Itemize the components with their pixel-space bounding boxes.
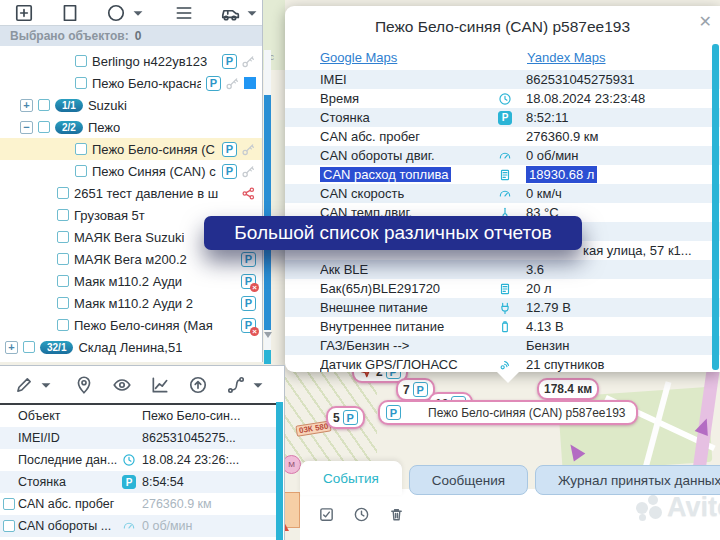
info-row: CAN обороты ...0 об/мин <box>0 515 277 537</box>
detail-row: Бак(65л)BLE29172020 л <box>285 279 720 298</box>
reports-chart-button[interactable] <box>150 375 170 395</box>
expand-plus-icon[interactable]: + <box>20 99 33 112</box>
select-area-button[interactable] <box>60 3 80 23</box>
list-view-button[interactable] <box>174 3 194 23</box>
close-icon[interactable]: ✕ <box>699 12 712 31</box>
count-badge: 32/1 <box>40 341 73 354</box>
clock-icon <box>122 453 136 467</box>
info-row: ОбъектПежо Бело-син... <box>0 405 277 427</box>
tree-item[interactable]: Маяк м110.2 АудиP <box>0 270 262 292</box>
tree-scrollbar[interactable] <box>264 50 271 362</box>
item-badges: P <box>241 274 256 289</box>
gauge-icon <box>122 519 136 533</box>
tree-item[interactable]: Пежо Бело-синяя (МаяP <box>0 314 262 336</box>
checkbox[interactable] <box>57 209 69 221</box>
detail-label: Бак(65л)BLE291720 <box>320 281 498 296</box>
detail-label: Датчик GPS/ГЛОНАСС <box>320 357 498 372</box>
checkbox[interactable] <box>57 187 69 199</box>
checkbox[interactable] <box>75 55 87 67</box>
checkbox[interactable] <box>75 77 87 89</box>
scrollbar-arrow-icon[interactable] <box>264 332 272 338</box>
tree-item[interactable]: Berlingo н422ув123P <box>0 50 262 72</box>
gauge-icon <box>122 519 140 533</box>
checkbox-cell <box>0 520 18 532</box>
tree-item-label: Пежо Бело-красная <box>92 76 201 91</box>
checkbox[interactable] <box>57 253 69 265</box>
route-button[interactable] <box>226 375 268 395</box>
detail-value: Бензин <box>526 338 569 353</box>
scrollbar-thumb[interactable] <box>264 350 271 364</box>
tree-item[interactable]: МАЯК Вега м200.2P <box>0 248 262 270</box>
checkbox[interactable] <box>57 275 69 287</box>
add-object-icon <box>14 3 34 23</box>
check-square-icon[interactable] <box>318 506 335 523</box>
vehicle-button[interactable] <box>220 3 262 23</box>
map-distance-badge[interactable]: 178.4 км <box>537 378 599 400</box>
count-badge: 2/2 <box>55 121 83 134</box>
tree-item[interactable]: Пежо Бело-краснаяP <box>0 72 262 94</box>
checkbox[interactable] <box>75 165 87 177</box>
object-tools-toolbar <box>0 366 284 403</box>
checkbox[interactable] <box>57 297 69 309</box>
checkbox[interactable] <box>3 520 15 532</box>
visibility-button[interactable] <box>112 375 132 395</box>
popup-scrollbar[interactable] <box>712 44 719 370</box>
tree-item[interactable]: +1/1Suzuki <box>0 94 262 116</box>
clock-icon[interactable] <box>353 506 370 523</box>
collapse-minus-icon[interactable]: − <box>20 121 33 134</box>
map-vehicle-badge[interactable]: P Пежо Бело-синяя (CAN) p587ee193 <box>378 400 638 425</box>
edit-button[interactable] <box>14 375 56 395</box>
checkbox[interactable] <box>75 143 87 155</box>
power-plug-icon <box>498 301 518 315</box>
checkbox[interactable] <box>57 231 69 243</box>
select-area-icon <box>60 3 80 23</box>
checkbox[interactable] <box>57 319 69 331</box>
watermark: Avito <box>636 492 720 523</box>
checkbox[interactable] <box>38 99 50 111</box>
map-pin[interactable]: 5P <box>326 406 365 429</box>
send-track-button[interactable] <box>188 375 208 395</box>
info-row: Последние дан...18.08.24 23:26:... <box>0 449 277 471</box>
tree-item[interactable]: Пежо Синяя (CAN) сP <box>0 160 262 182</box>
item-badges <box>241 186 256 201</box>
gauge-icon <box>498 187 512 201</box>
detail-value: 276360.9 км <box>526 129 598 144</box>
tab-сообщения[interactable]: Сообщения <box>409 465 528 495</box>
google-maps-link[interactable]: Google Maps <box>320 50 527 65</box>
key-icon <box>407 405 422 420</box>
info-value: 18.08.24 23:26:... <box>142 453 239 467</box>
add-object-button[interactable] <box>14 3 34 23</box>
expand-plus-icon[interactable]: + <box>5 341 18 354</box>
parking-badge: P <box>222 142 237 157</box>
item-badges: P <box>222 54 256 69</box>
chevron-icon <box>36 375 56 395</box>
tree-item[interactable]: 2651 тест давление в ш <box>0 182 262 204</box>
tree-item-label: Suzuki <box>88 98 127 113</box>
info-scrollbar[interactable] <box>276 402 283 540</box>
detail-value: 0 об/мин <box>526 148 579 163</box>
scrollbar-thumb[interactable] <box>264 95 271 330</box>
location-button[interactable] <box>74 375 94 395</box>
detail-label: Время <box>320 91 498 106</box>
tree-item-label: МАЯК Вега Suzuki <box>74 230 184 245</box>
parking-icon: P <box>122 475 140 489</box>
tree-item[interactable]: −2/2Пежо <box>0 116 262 138</box>
watermark-logo-icon <box>636 495 662 521</box>
detail-value: 8:52:11 <box>526 110 568 125</box>
checkbox[interactable] <box>38 121 50 133</box>
detail-label: CAN абс. пробег <box>320 129 498 144</box>
item-badges: P <box>222 142 256 157</box>
route-icon <box>226 375 246 395</box>
tab-журнал-принятых-данных[interactable]: Журнал принятых данных <box>535 465 720 495</box>
tab-события[interactable]: События <box>300 461 402 495</box>
tree-item[interactable]: Пежо Бело-синяя (СP <box>0 138 262 160</box>
tree-item[interactable]: Маяк м110.2 Ауди 2P <box>0 292 262 314</box>
trash-icon[interactable] <box>388 506 405 523</box>
tree-item[interactable]: +32/1Склад Ленина,51 <box>0 336 262 358</box>
checkbox[interactable] <box>23 341 35 353</box>
gauge-icon <box>498 187 518 201</box>
yandex-maps-link[interactable]: Yandex Maps <box>527 50 606 65</box>
track-circle-button[interactable] <box>106 3 148 23</box>
clock-icon <box>122 453 140 467</box>
checkbox[interactable] <box>3 498 15 510</box>
